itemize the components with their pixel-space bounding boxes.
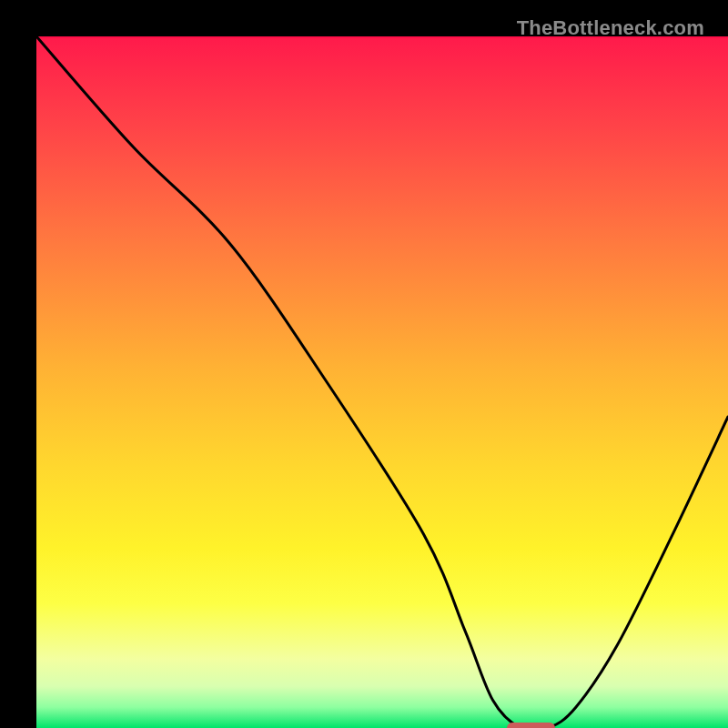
optimal-range-marker <box>507 723 555 728</box>
watermark-text: TheBottleneck.com <box>517 16 704 40</box>
plot-area <box>36 36 728 728</box>
bottleneck-curve <box>36 36 728 728</box>
chart-frame: TheBottleneck.com <box>18 18 710 710</box>
